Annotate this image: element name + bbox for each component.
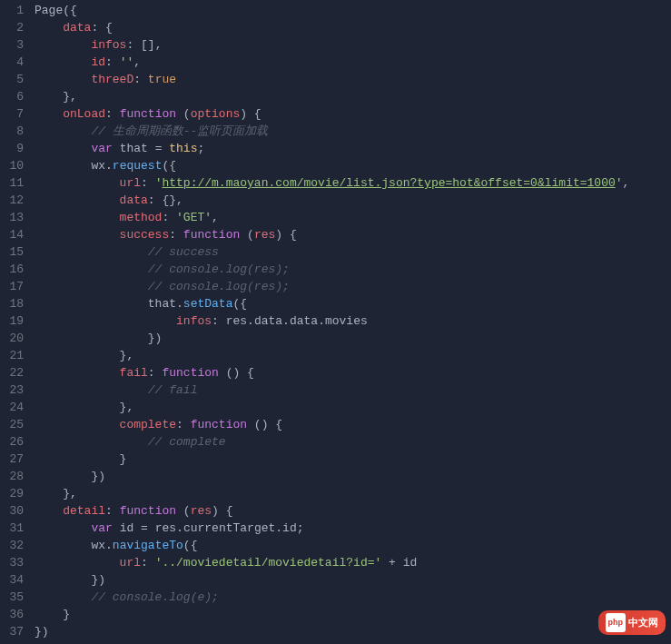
token-punct: = xyxy=(155,142,170,155)
code-line[interactable]: infos: [], xyxy=(35,36,671,54)
code-line[interactable]: method: 'GET', xyxy=(35,209,671,226)
code-editor[interactable]: 1234567891011121314151617181920212223242… xyxy=(0,0,671,644)
code-line[interactable]: data: { xyxy=(35,19,671,36)
code-line[interactable]: }, xyxy=(35,399,671,416)
token-punct: = xyxy=(141,521,155,535)
token-punct: ) { xyxy=(212,504,232,518)
code-line[interactable]: }) xyxy=(35,623,671,640)
line-number: 30 xyxy=(7,502,24,520)
code-line[interactable]: detail: function (res) { xyxy=(35,502,671,520)
line-number: 35 xyxy=(7,589,24,606)
code-line[interactable]: var id = res.currentTarget.id; xyxy=(35,520,671,537)
code-line[interactable]: wx.navigateTo({ xyxy=(35,537,671,554)
token-ident: that xyxy=(113,142,155,155)
line-number: 31 xyxy=(7,520,24,537)
code-line[interactable]: } xyxy=(35,606,671,623)
line-number: 14 xyxy=(7,226,24,243)
token-punct: ) { xyxy=(275,228,296,242)
token-punct: , xyxy=(133,55,141,69)
token-func: navigateTo xyxy=(113,539,183,552)
token-punct: }) xyxy=(35,625,49,639)
code-line[interactable]: onLoad: function (options) { xyxy=(35,105,671,123)
token-punct: : xyxy=(148,366,163,380)
token-comment: // console.log(res); xyxy=(35,263,290,276)
line-number: 7 xyxy=(7,105,24,123)
code-line[interactable]: // fail xyxy=(35,381,671,399)
token-ident: currentTarget xyxy=(183,521,275,535)
token-prop: complete xyxy=(35,418,176,431)
token-prop: infos xyxy=(35,38,126,52)
token-punct: ) { xyxy=(240,107,261,121)
code-line[interactable]: }, xyxy=(35,485,671,502)
line-number: 21 xyxy=(7,347,24,364)
token-punct: }, xyxy=(35,401,133,414)
token-keyword: function xyxy=(120,107,176,121)
code-line[interactable]: infos: res.data.data.movies xyxy=(35,312,671,330)
token-prop: url xyxy=(35,176,141,190)
code-line[interactable]: // complete xyxy=(35,433,671,451)
line-number: 26 xyxy=(7,433,24,451)
code-line[interactable]: threeD: true xyxy=(35,71,671,88)
code-line[interactable]: Page({ xyxy=(35,2,671,19)
token-prop: fail xyxy=(35,366,148,380)
code-line[interactable]: // console.log(res); xyxy=(35,278,671,295)
token-ident: movies xyxy=(325,314,368,328)
token-keyword: function xyxy=(183,228,240,242)
watermark-badge: php 中文网 xyxy=(598,610,666,635)
token-punct: ; xyxy=(197,142,204,155)
code-line[interactable]: data: {}, xyxy=(35,192,671,209)
code-line[interactable]: // console.log(e); xyxy=(35,589,671,606)
code-content[interactable]: Page({ data: { infos: [], id: '', threeD… xyxy=(35,0,671,644)
line-number: 12 xyxy=(7,192,24,209)
token-punct: . xyxy=(282,314,290,328)
code-line[interactable]: success: function (res) { xyxy=(35,226,671,243)
line-number: 3 xyxy=(7,36,24,54)
token-ident: wx xyxy=(35,159,105,173)
code-line[interactable]: // console.log(res); xyxy=(35,261,671,278)
code-line[interactable]: } xyxy=(35,451,671,468)
line-number: 4 xyxy=(7,54,24,71)
code-line[interactable]: var that = this; xyxy=(35,140,671,157)
code-line[interactable]: url: 'http://m.maoyan.com/movie/list.jso… xyxy=(35,174,671,192)
token-prop: infos xyxy=(35,314,212,328)
token-punct: }) xyxy=(35,470,105,483)
line-number: 15 xyxy=(7,243,24,261)
line-number: 32 xyxy=(7,537,24,554)
token-punct: : xyxy=(105,55,120,69)
code-line[interactable]: id: '', xyxy=(35,54,671,71)
code-line[interactable]: }) xyxy=(35,468,671,485)
token-punct: : xyxy=(169,228,183,242)
code-line[interactable]: }) xyxy=(35,330,671,347)
line-number: 11 xyxy=(7,174,24,192)
line-number: 1 xyxy=(7,2,24,19)
line-number: 9 xyxy=(7,140,24,157)
code-line[interactable]: // 生命周期函数--监听页面加载 xyxy=(35,123,671,140)
line-number: 8 xyxy=(7,123,24,140)
token-ident: that xyxy=(35,297,176,311)
token-punct: : xyxy=(141,176,155,190)
token-punct: ; xyxy=(297,521,304,535)
token-punct: : xyxy=(105,504,120,518)
code-line[interactable]: }) xyxy=(35,571,671,589)
token-punct: () { xyxy=(219,366,254,380)
token-punct: : xyxy=(133,73,148,86)
token-punct: : xyxy=(212,314,226,328)
code-line[interactable]: }, xyxy=(35,347,671,364)
token-punct: }, xyxy=(35,349,133,362)
token-this: this xyxy=(169,142,197,155)
code-line[interactable]: url: '../moviedetail/moviedetail?id=' + … xyxy=(35,554,671,571)
token-punct: : xyxy=(176,418,191,431)
code-line[interactable]: that.setData({ xyxy=(35,295,671,312)
token-punct: . xyxy=(318,314,325,328)
token-punct: : [], xyxy=(126,38,162,52)
code-line[interactable]: complete: function () { xyxy=(35,416,671,433)
code-line[interactable]: wx.request({ xyxy=(35,157,671,174)
line-number: 27 xyxy=(7,451,24,468)
code-line[interactable]: // success xyxy=(35,243,671,261)
token-func: setData xyxy=(183,297,233,311)
token-punct: . xyxy=(176,297,183,311)
line-number: 37 xyxy=(7,623,24,640)
code-line[interactable]: }, xyxy=(35,88,671,105)
token-string: ' xyxy=(616,176,623,190)
code-line[interactable]: fail: function () { xyxy=(35,364,671,381)
